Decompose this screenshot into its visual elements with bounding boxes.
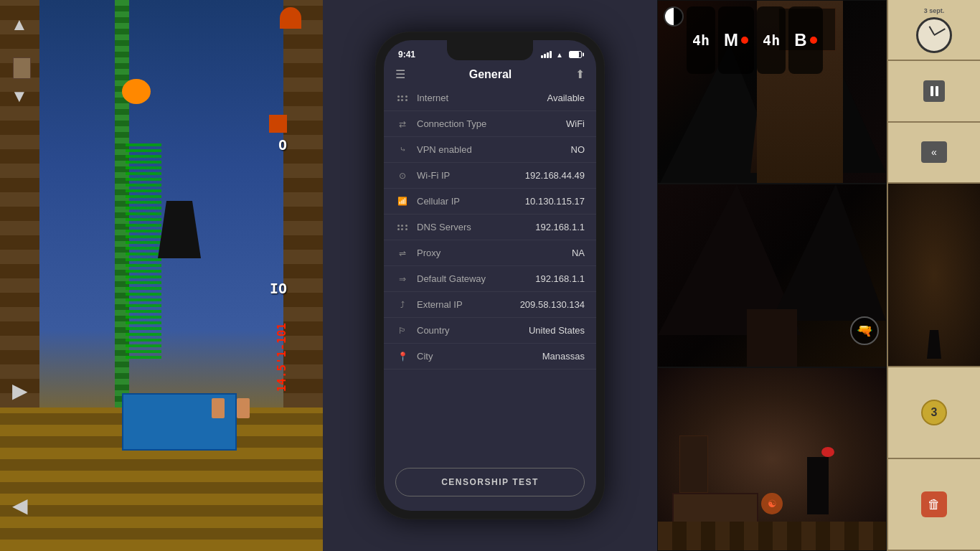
gateway-value: 192.168.1.1 [535,273,585,284]
clock-minute-hand [934,28,946,35]
pause-button[interactable] [923,80,945,102]
list-item: 📍 City Manassas [384,344,596,369]
game-sidebar-mid [887,184,980,367]
phone-screen: 9:41 ▲ ☰ General [384,40,596,511]
sidebar-score-cell: 3 [888,367,980,459]
right-arrow-icon[interactable]: ▶ [6,379,34,408]
mid-figure-right [771,184,886,321]
yin-yang-icon [664,6,684,27]
list-item: ⊙ Wi-Fi IP 192.168.44.49 [384,163,596,189]
left-arrow-icon[interactable]: ◀ [6,494,34,522]
trash-button[interactable]: 🗑 [921,491,947,517]
character-1 [280,7,301,29]
down-arrow-icon[interactable]: ▼ [9,86,30,108]
character-2 [269,115,287,133]
mini-figure [927,330,941,359]
connection-label: Connection Type [417,118,486,129]
page-title: General [469,68,512,81]
signal-icon [541,51,552,58]
character-3 [212,398,225,418]
cellular-value: 10.130.115.17 [525,196,585,207]
back-button[interactable]: « [921,141,947,163]
up-arrow-icon[interactable]: ▲ [9,14,30,36]
gateway-label: Default Gateway [417,273,486,284]
city-value: Manassas [542,351,585,362]
wifi-status-icon: ▲ [556,51,563,59]
game-hud: 4h M 4h B [658,1,887,80]
room-chair [679,435,708,493]
wifi-ip-icon: ⊙ [395,171,410,181]
country-value: United States [529,325,585,336]
proxy-value: NA [572,248,585,258]
menu-icon[interactable]: ☰ [395,67,405,81]
dns-value: 192.168.1.1 [535,222,585,232]
phone-time: 9:41 [398,50,415,60]
bottom-figure [807,457,829,514]
clock-face [916,17,952,53]
gateway-icon: ⇒ [395,274,410,284]
share-icon[interactable]: ⬆ [575,67,585,81]
horror-cell-top: 4h M 4h B [657,0,887,184]
orange-explosion [122,79,151,104]
hud-b-card: B [788,6,822,74]
wifi-ip-value: 192.168.44.49 [525,170,585,181]
vpn-icon: ⤷ [395,145,410,155]
internet-icon [395,93,410,103]
hud-timer-1: 4h [687,6,715,74]
list-item: 🏳 Country United States [384,318,596,344]
info-list: Internet Available ⇄ Connection Type WiF… [384,85,596,459]
left-game-panel: ▲ ▼ ▶ ◀ O IO 14.5'1-101 [0,0,323,551]
external-ip-icon: ⤴ [395,300,410,310]
vpn-label: VPN enabled [417,144,472,155]
cellular-label: Cellular IP [417,196,460,207]
country-label: Country [417,325,450,336]
sidebar-clock-cell: 3 sept. [888,0,980,61]
green-characters [126,143,161,359]
game-sidebar-bottom: 3 🗑 [887,367,980,551]
figure-detail [821,447,834,457]
mk-logo: ☯ [761,493,783,514]
external-ip-label: External IP [417,299,463,310]
connection-icon: ⇄ [395,119,410,129]
phone-device: 9:41 ▲ ☰ General [375,32,605,519]
middle-panel: 9:41 ▲ ☰ General [323,0,657,551]
vpn-value: NO [571,144,585,155]
score-display-1: O [278,136,287,154]
internet-label: Internet [417,93,448,103]
sidebar-back-cell[interactable]: « [888,123,980,184]
dns-icon [395,222,410,232]
right-game-panel: 4h M 4h B [657,0,980,551]
scene-preview [888,184,980,366]
city-icon: 📍 [395,352,410,362]
cellular-icon: 📶 [395,197,410,207]
list-item: ⇄ Connection Type WiFi [384,111,596,137]
dns-label: DNS Servers [417,222,471,232]
sidebar-trash-cell[interactable]: 🗑 [888,459,980,551]
red-dot-indicator-2 [810,37,817,44]
list-item: ⤴ External IP 209.58.130.134 [384,292,596,318]
wall-decoration [13,57,31,79]
character-4 [237,398,250,418]
gun-button[interactable]: 🔫 [850,316,879,345]
city-label: City [417,351,433,362]
phone-notch [447,40,533,60]
sidebar-pause-cell[interactable] [888,61,980,122]
mid-object [747,309,797,367]
list-item: ⇌ Proxy NA [384,240,596,266]
internet-value: Available [547,93,585,103]
country-icon: 🏳 [395,326,410,336]
horror-cell-bottom: ☯ [657,367,887,551]
status-icons: ▲ [541,51,582,59]
proxy-label: Proxy [417,248,440,258]
phone-bottom: CENSORSHIP TEST [384,459,596,511]
horror-cell-mid: 🔫 [657,184,887,367]
game-sidebar: 3 sept. « [887,0,980,184]
sidebar-mid-scene [888,184,980,367]
hud-m-card: M [718,6,754,74]
red-dot-indicator [741,37,748,44]
checkered-floor [658,522,886,550]
wifi-ip-label: Wi-Fi IP [417,170,450,181]
red-score-text: 14.5'1-101 [275,323,288,392]
censorship-test-button[interactable]: CENSORSHIP TEST [395,468,585,496]
list-item: 📶 Cellular IP 10.130.115.17 [384,189,596,215]
